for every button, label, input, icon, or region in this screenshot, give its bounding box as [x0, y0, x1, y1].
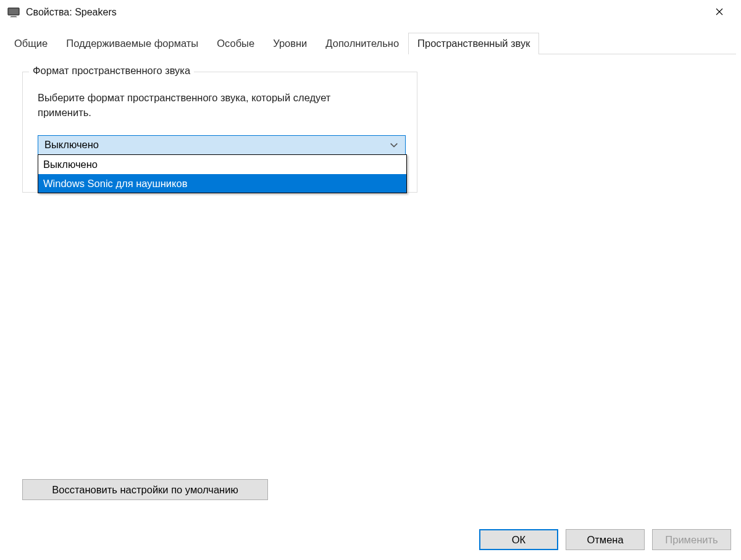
dialog-window: Свойства: Speakers Общие Поддерживаемые … — [0, 0, 741, 560]
tab-strip: Общие Поддерживаемые форматы Особые Уров… — [5, 32, 736, 54]
group-instruction: Выберите формат пространственного звука,… — [38, 91, 383, 120]
spatial-format-group: Формат пространственного звука Выберите … — [22, 72, 417, 193]
tab-special[interactable]: Особые — [207, 33, 264, 54]
tab-levels[interactable]: Уровни — [264, 33, 316, 54]
tab-general[interactable]: Общие — [5, 33, 57, 54]
close-icon — [716, 7, 723, 17]
spatial-format-combobox[interactable]: Выключено Выключено Windows Sonic для на… — [38, 135, 406, 155]
dropdown-option-off[interactable]: Выключено — [38, 155, 406, 174]
dialog-footer: ОК Отмена Применить — [479, 529, 731, 550]
titlebar: Свойства: Speakers — [0, 0, 741, 25]
dropdown-option-windows-sonic[interactable]: Windows Sonic для наушников — [38, 174, 406, 193]
chevron-down-icon — [389, 140, 399, 150]
restore-defaults-button[interactable]: Восстановить настройки по умолчанию — [22, 479, 268, 500]
monitor-icon — [7, 7, 20, 17]
window-title: Свойства: Speakers — [26, 7, 117, 18]
tab-supported-formats[interactable]: Поддерживаемые форматы — [57, 33, 207, 54]
svg-rect-1 — [9, 9, 19, 14]
tab-advanced[interactable]: Дополнительно — [316, 33, 408, 54]
tab-spatial-sound[interactable]: Пространственный звук — [408, 33, 539, 54]
group-title: Формат пространственного звука — [29, 65, 194, 77]
close-button[interactable] — [705, 2, 734, 22]
combobox-dropdown: Выключено Windows Sonic для наушников — [38, 154, 407, 194]
ok-button[interactable]: ОК — [479, 529, 558, 550]
combobox-value: Выключено — [44, 139, 389, 151]
apply-button[interactable]: Применить — [652, 529, 731, 550]
tab-panel: Формат пространственного звука Выберите … — [5, 54, 736, 515]
cancel-button[interactable]: Отмена — [566, 529, 645, 550]
